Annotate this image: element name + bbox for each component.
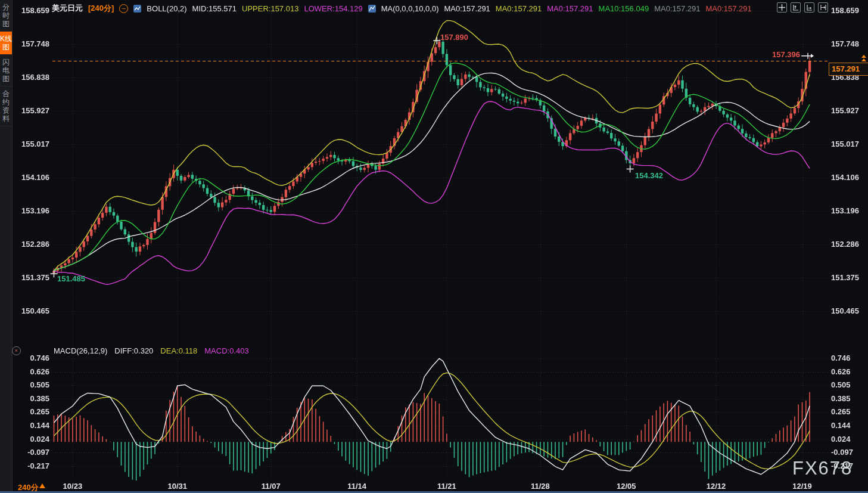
annotation-start-low: 151.485 (57, 274, 85, 283)
sidebar-item-3[interactable]: 合约资料 (0, 86, 12, 126)
reset-view-icon[interactable] (818, 2, 828, 13)
price-axis-label-left-0: 158.659 (16, 6, 49, 15)
macd-axis-label-left-1: 0.626 (16, 367, 49, 376)
annotation-recent-high: 157.396 (772, 50, 800, 59)
boll-upper-value: UPPER:157.013 (242, 4, 298, 13)
macd-axis-label-right-3: 0.385 (831, 394, 851, 403)
price-axis-label-left-2: 156.838 (16, 73, 49, 82)
ma-value-2: MA0:157.291 (547, 4, 593, 13)
trading-chart-window: 分时图K线图闪电图合约资料 美元日元 [240分] – BOLL(20,2) M… (0, 0, 868, 493)
macd-diff-value: DIFF:0.320 (114, 346, 153, 355)
price-axis-label-right-4: 155.017 (831, 139, 859, 148)
macd-collapse-icon[interactable]: × (12, 346, 21, 355)
ma-value-5: MA0:157.291 (705, 4, 751, 13)
price-axis-label-right-1: 157.748 (831, 39, 859, 48)
ma-name: MA(0,0,0,10,0,0) (381, 4, 439, 13)
ma-value-4: MA0:157.291 (654, 4, 700, 13)
price-axis-label-left-6: 153.196 (16, 206, 49, 215)
price-axis-label-left-1: 157.748 (16, 39, 49, 48)
crosshair-icon[interactable] (777, 2, 787, 13)
macd-axis-label-left-6: 0.024 (16, 435, 49, 444)
date-axis-label-0: 10/23 (54, 482, 92, 491)
macd-axis-label-right-7: -0.097 (831, 448, 853, 457)
price-axis-label-left-3: 155.927 (16, 106, 49, 115)
macd-axis-label-left-8: -0.217 (16, 461, 49, 470)
symbol-title: 美元日元 (52, 3, 83, 14)
price-axis-label-left-7: 152.286 (16, 240, 49, 249)
macd-axis-label-right-0: 0.746 (831, 354, 851, 362)
macd-axis-label-right-6: 0.024 (831, 435, 851, 444)
date-axis-label-3: 11/14 (338, 482, 376, 491)
date-axis-label-2: 11/07 (252, 482, 290, 491)
sidebar-item-1[interactable]: K线图 (0, 32, 12, 55)
price-axis-label-right-3: 155.927 (831, 106, 859, 115)
macd-axis-label-right-4: 0.265 (831, 407, 851, 416)
period-label: [240分] (88, 3, 114, 14)
price-axis-label-left-8: 151.375 (16, 273, 49, 282)
macd-axis-label-right-1: 0.626 (831, 367, 851, 376)
macd-axis-label-left-0: 0.746 (16, 354, 49, 362)
macd-macd-value: MACD:0.403 (204, 346, 248, 355)
price-axis-label-left-5: 154.106 (16, 173, 49, 182)
price-axis-label-right-8: 151.375 (831, 273, 859, 282)
ma-indicator-icon[interactable] (368, 5, 376, 13)
macd-dea-value: DEA:0.118 (160, 346, 197, 355)
annotation-peak-high: 157.890 (440, 33, 468, 42)
y-axis-scale-icon[interactable] (791, 2, 801, 13)
indicator-header: 美元日元 [240分] – BOLL(20,2) MID:155.571 UPP… (52, 3, 752, 14)
price-axis-label-left-4: 155.017 (16, 139, 49, 148)
boll-indicator-icon[interactable] (133, 5, 141, 13)
price-axis-label-right-5: 154.106 (831, 173, 859, 182)
ma-value-1: MA0:157.291 (496, 4, 542, 13)
fx678-watermark: FX678 (792, 458, 853, 479)
chart-toolbar (777, 2, 828, 13)
chart-type-sidebar: 分时图K线图闪电图合约资料 (0, 0, 13, 493)
macd-axis-label-left-3: 0.385 (16, 394, 49, 403)
macd-axis-label-left-4: 0.265 (16, 407, 49, 416)
sidebar-item-2[interactable]: 闪电图 (0, 55, 12, 86)
date-axis-label-8: 12/19 (783, 482, 822, 491)
price-axis-label-right-0: 158.659 (831, 6, 859, 15)
collapse-pane-icon[interactable]: – (119, 4, 128, 13)
date-axis-label-6: 12/05 (607, 482, 645, 491)
ma-value-0: MA0:157.291 (444, 4, 490, 13)
ma-values: MA0:157.291MA0:157.291MA0:157.291MA10:15… (444, 4, 752, 13)
macd-header: MACD(26,12,9) DIFF:0.320 DEA:0.118 MACD:… (54, 346, 249, 355)
macd-axis-label-left-2: 0.505 (16, 380, 49, 389)
price-axis-label-right-7: 152.286 (831, 240, 859, 249)
annotation-swing-low: 154.342 (635, 171, 663, 180)
date-axis-label-4: 11/21 (428, 482, 466, 491)
x-axis-scale-icon[interactable] (804, 2, 814, 13)
macd-axis-label-right-5: 0.144 (831, 421, 851, 430)
date-axis-label-5: 11/28 (521, 482, 559, 491)
chart-canvas[interactable] (0, 0, 868, 493)
macd-axis-label-left-5: 0.144 (16, 421, 49, 430)
macd-axis-label-left-7: -0.097 (16, 448, 49, 457)
price-axis-label-right-9: 150.465 (831, 306, 859, 315)
last-price-box: 157.291 (829, 63, 868, 76)
boll-mid-value: MID:155.571 (192, 4, 237, 13)
macd-name: MACD(26,12,9) (54, 346, 107, 355)
date-axis-label-1: 10/31 (158, 482, 197, 491)
date-axis-label-7: 12/12 (697, 482, 735, 491)
macd-axis-label-right-2: 0.505 (831, 380, 851, 389)
boll-lower-value: LOWER:154.129 (304, 4, 362, 13)
price-axis-label-right-6: 153.196 (831, 206, 859, 215)
sidebar-item-0[interactable]: 分时图 (0, 0, 12, 32)
ma-value-3: MA10:156.049 (599, 4, 649, 13)
price-axis-label-left-9: 150.465 (16, 306, 49, 315)
boll-name: BOLL(20,2) (147, 4, 186, 13)
timeframe-up-triangle-icon[interactable] (39, 483, 45, 488)
price-up-arrows-icon (861, 55, 866, 62)
